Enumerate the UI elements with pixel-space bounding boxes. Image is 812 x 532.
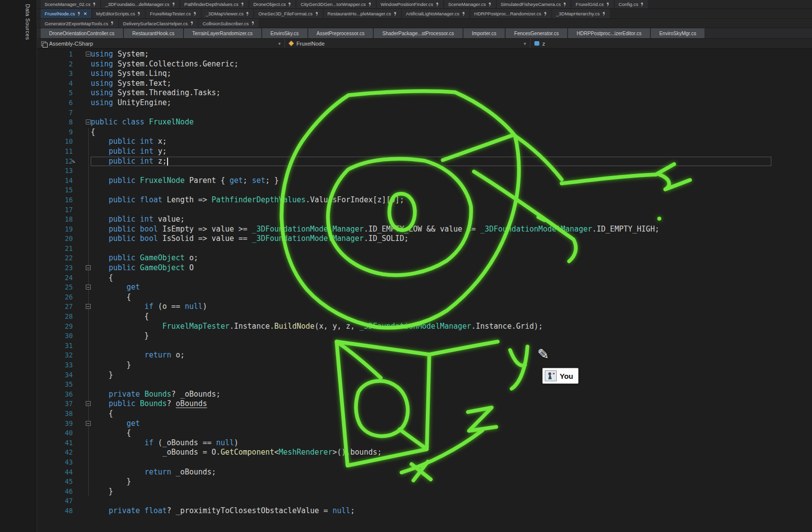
tab-config-cs[interactable]: Config.cs [615, 0, 648, 8]
code-editor[interactable]: 1−using System;2using System.Collections… [37, 49, 812, 532]
tab-deliverysurfaceclasshelper-cs[interactable]: DeliverySurfaceClassHelper.cs [119, 19, 197, 28]
code-line-16[interactable]: 16 public float Length => PathfinderDept… [37, 195, 812, 205]
type-dropdown[interactable]: FruxelNode ▾ [285, 39, 530, 48]
pin-icon[interactable] [137, 11, 141, 16]
tab-fencesgenerator-cs[interactable]: FencesGenerator.cs [506, 28, 567, 38]
tab--3dmapviewer-cs[interactable]: _3DMapViewer.cs [202, 9, 253, 18]
pin-icon[interactable] [393, 11, 397, 16]
tab-shaderpackage-stprocessor-cs[interactable]: ShaderPackage...stProcessor.cs [374, 28, 463, 38]
code-line-19[interactable]: 19 public bool IsEmpty => value >= _3DFo… [37, 225, 812, 235]
code-line-30[interactable]: 30 } [37, 331, 812, 341]
tab-scenemanager-02-cs[interactable]: SceneManager_02.cs [41, 0, 100, 8]
pin-icon[interactable] [602, 11, 606, 16]
code-line-32[interactable]: 32 return o; [37, 351, 812, 360]
tab-enviroskymgr-cs[interactable]: EnviroSkyMgr.cs [651, 28, 704, 38]
member-dropdown[interactable]: z [530, 39, 812, 48]
tab-restauranthook-cs[interactable]: RestaurantHook.cs [124, 28, 183, 38]
tab-envirosky-cs[interactable]: EnviroSky.cs [262, 28, 307, 38]
tab-windowpositionfinder-cs[interactable]: WindowPositionFinder.cs [377, 0, 443, 8]
code-line-42[interactable]: 42 _oBounds = O.GetComponent<MeshRendere… [37, 448, 812, 458]
pin-icon[interactable] [315, 11, 319, 16]
code-line-27[interactable]: 27− if (o == null) [37, 302, 812, 312]
tab-droneobject-cs[interactable]: DroneObject.cs [249, 0, 295, 8]
tab-collisionsubscriber-cs[interactable]: CollisionSubscriber.cs [199, 19, 259, 28]
pin-icon[interactable] [190, 21, 194, 26]
pin-icon[interactable] [462, 11, 465, 16]
chevron-down-icon[interactable]: ▾ [523, 41, 526, 46]
tab-scenemanager-cs[interactable]: SceneManager.cs [444, 0, 496, 8]
code-line-13[interactable]: 13 [37, 166, 812, 176]
pin-icon[interactable] [110, 21, 114, 26]
fold-marker-icon[interactable]: − [86, 421, 91, 426]
code-line-45[interactable]: 45 } [37, 477, 812, 487]
code-line-34[interactable]: 34 } [37, 370, 812, 380]
pin-icon[interactable] [368, 2, 372, 7]
tab-citygen3dgen-torwrapper-cs[interactable]: CityGen3DGen...torWrapper.cs [296, 0, 375, 8]
code-line-17[interactable]: 17 [37, 205, 812, 215]
pin-icon[interactable] [288, 2, 291, 7]
code-line-46[interactable]: 46 } [37, 487, 812, 497]
code-line-31[interactable]: 31 [37, 341, 812, 351]
pin-icon[interactable] [640, 2, 644, 7]
code-line-22[interactable]: 22 public GameObject o; [37, 253, 812, 263]
code-line-41[interactable]: 41 if (_oBounds == null) [37, 438, 812, 448]
tab-myeditorscripts-cs[interactable]: MyEditorScripts.cs [92, 9, 145, 18]
pin-icon[interactable] [563, 2, 567, 7]
tab-hdrppostproc-randomizer-cs[interactable]: HDRPPostproc...Randomizer.cs [470, 9, 551, 18]
code-line-24[interactable]: 24 { [37, 273, 812, 283]
tab-pathfinderdepthvalues-cs[interactable]: PathfinderDepthValues.cs [180, 0, 248, 8]
code-line-43[interactable]: 43 [37, 458, 812, 468]
code-line-47[interactable]: 47 [37, 496, 812, 506]
code-line-35[interactable]: 35 [37, 380, 812, 390]
code-line-12[interactable]: 12✎ public int z; [37, 157, 812, 167]
fold-marker-icon[interactable]: − [86, 304, 91, 309]
fold-marker-icon[interactable]: − [86, 285, 91, 290]
pin-icon[interactable] [245, 11, 249, 16]
fold-marker-icon[interactable]: − [86, 265, 91, 270]
tab--3dfoundatio-delmanager-cs[interactable]: _3DFoundatio...delManager.cs [101, 0, 179, 8]
code-line-20[interactable]: 20 public bool IsSolid => value == _3DFo… [37, 234, 812, 244]
pin-icon[interactable] [606, 2, 610, 7]
close-icon[interactable]: ✕ [83, 11, 87, 16]
code-line-3[interactable]: 3using System.Linq; [37, 69, 812, 79]
code-line-9[interactable]: 9{ [37, 127, 812, 137]
code-line-39[interactable]: 39− get [37, 419, 812, 429]
code-line-8[interactable]: 8−public class FruxelNode [37, 118, 812, 127]
code-line-48[interactable]: 48 private float? _proximityToClosestObs… [37, 506, 812, 516]
code-line-28[interactable]: 28 { [37, 312, 812, 322]
code-line-38[interactable]: 38 { [37, 409, 812, 419]
pin-icon[interactable] [435, 2, 439, 7]
code-line-2[interactable]: 2using System.Collections.Generic; [37, 59, 812, 69]
fold-marker-icon[interactable]: − [86, 52, 91, 57]
code-line-33[interactable]: 33 } [37, 360, 812, 370]
tab-simulatedfisheyecamera-cs[interactable]: SimulatedFisheyeCamera.cs [497, 0, 571, 8]
pin-icon[interactable] [172, 2, 175, 7]
code-line-25[interactable]: 25− get [37, 283, 812, 293]
tab-fruxelmaptester-cs[interactable]: FruxelMapTester.cs [146, 9, 200, 18]
fold-marker-icon[interactable]: − [86, 401, 91, 406]
tab-assetpreprocessor-cs[interactable]: AssetPreprocessor.cs [308, 28, 373, 38]
code-line-23[interactable]: 23− public GameObject O [37, 263, 812, 273]
code-line-14[interactable]: 14 public FruxelNode Parent { get; set; … [37, 176, 812, 186]
chevron-down-icon[interactable]: ▾ [278, 41, 281, 46]
tab-importer-cs[interactable]: Importer.cs [464, 28, 505, 38]
tab-generator2exportmaptools-cs[interactable]: Generator2ExportMapTools.cs [41, 19, 118, 28]
pin-icon[interactable] [251, 21, 255, 26]
code-line-7[interactable]: 7 [37, 108, 812, 118]
pin-icon[interactable] [240, 2, 244, 7]
code-line-1[interactable]: 1−using System; [37, 50, 812, 59]
tab-artificiallightsmanager-cs[interactable]: ArtificialLightsManager.cs [402, 9, 469, 18]
tab--3dmaphierarchy-cs[interactable]: _3DMapHierarchy.cs [552, 9, 610, 18]
pin-icon[interactable] [92, 2, 96, 7]
code-line-15[interactable]: 15 [37, 185, 812, 195]
code-line-26[interactable]: 26 { [37, 293, 812, 302]
code-line-6[interactable]: 6using UnityEngine; [37, 98, 812, 108]
code-line-18[interactable]: 18 public int value; [37, 215, 812, 225]
tab-restaurantho-plemanager-cs[interactable]: RestaurantHo...pleManager.cs [324, 9, 401, 18]
project-dropdown[interactable]: Assembly-CSharp ▾ [37, 39, 285, 48]
code-line-29[interactable]: 29 FruxelMapTester.Instance.BuildNode(x,… [37, 322, 812, 332]
pin-icon[interactable] [77, 11, 81, 16]
tab-fruxelgrid-cs[interactable]: FruxelGrid.cs [572, 0, 613, 8]
data-sources-tab[interactable]: Data Sources [25, 4, 31, 40]
code-line-11[interactable]: 11 public int y; [37, 147, 812, 157]
